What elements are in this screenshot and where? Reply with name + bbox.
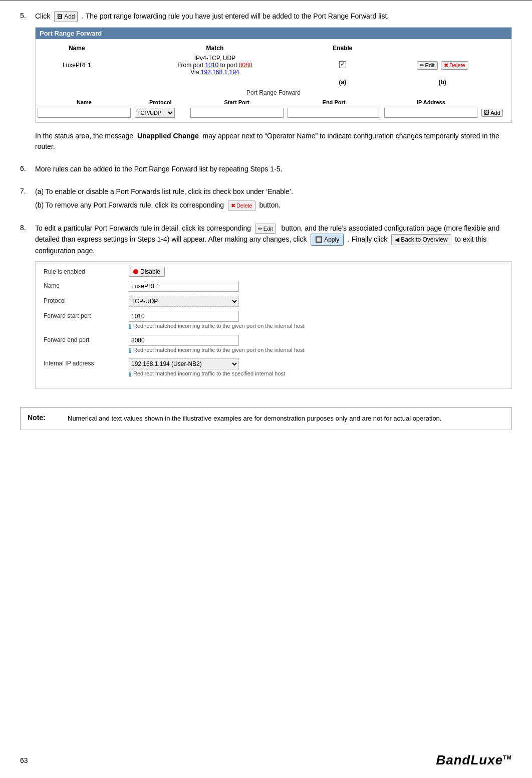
config-end-port-hint: ℹ Redirect matched incoming traffic to t… (129, 347, 503, 355)
col-enable: Enable (312, 43, 373, 53)
hint-icon-2: ℹ (129, 347, 131, 355)
label-a: (a) (312, 77, 373, 87)
apply-button-inline[interactable]: 🔲 Apply (311, 234, 344, 246)
step-8: 8. To edit a particular Port Forwards ru… (20, 223, 512, 397)
config-protocol-select[interactable]: TCP-UDP TCP UDP (129, 296, 239, 307)
config-label-0: Rule is enabled (44, 267, 129, 275)
sub-col-ip-address: IP Address (382, 98, 479, 106)
config-ip-select[interactable]: 192.168.1.194 (User-NB2) (129, 358, 239, 369)
config-row-2: Protocol TCP-UDP TCP UDP (44, 296, 503, 307)
config-end-port-input[interactable] (129, 335, 239, 346)
sub-col-start-port: Start Port (188, 98, 286, 106)
config-label-2: Protocol (44, 296, 129, 304)
config-label-4: Forward end port (44, 335, 129, 343)
sub-table-row: TCP/UDP TCP UDP 🖼 (36, 106, 511, 119)
via-ip-link[interactable]: 192.168.1.194 (201, 69, 239, 76)
step-7-number: 7. (20, 186, 31, 214)
sub-col-name: Name (36, 98, 133, 106)
config-value-0: Disable (129, 267, 503, 277)
config-value-5: 192.168.1.194 (User-NB2) ℹ Redirect matc… (129, 358, 503, 378)
sub-ip-cell (382, 106, 479, 119)
table-row: LuxePRF1 IPv4-TCP, UDP From port 1010 to… (36, 53, 511, 77)
to-port-link[interactable]: 8080 (239, 62, 252, 69)
brand-name: BandLuxeTM (436, 752, 512, 767)
sub-end-port-cell (286, 106, 383, 119)
step-7-content: (a) To enable or disable a Port Forwards… (35, 186, 512, 214)
sub-add-button[interactable]: 🖼 Add (481, 109, 503, 117)
step-5-text: Click 🖼 Add . The port range forwarding … (35, 11, 512, 22)
sub-col-add (479, 98, 511, 106)
sub-start-port-cell (188, 106, 286, 119)
config-row-1: Name (44, 281, 503, 292)
prf-sub-table: Name Protocol Start Port End Port IP Add… (36, 98, 511, 119)
config-row-0: Rule is enabled Disable (44, 267, 503, 277)
step-7-line2: (b) To remove any Port Forwards rule, cl… (35, 200, 512, 211)
step-7-line1: (a) To enable or disable a Port Forwards… (35, 186, 512, 197)
brand-logo: BandLuxeTM (436, 752, 512, 768)
col-name: Name (36, 43, 118, 53)
step-8-number: 8. (20, 223, 31, 397)
unapplied-change-text: Unapplied Change (137, 132, 199, 140)
row-match-line2: From port 1010 to port 8080 (121, 62, 309, 69)
step-5: 5. Click 🖼 Add . The port range forwardi… (20, 11, 512, 155)
status-note-text: In the status area, the message Unapplie… (35, 131, 512, 152)
sub-ip-input[interactable] (384, 108, 477, 118)
step-5-text-before: Click (35, 12, 50, 20)
config-start-port-input[interactable] (129, 311, 239, 322)
config-detail-box: Rule is enabled Disable Name (35, 261, 512, 389)
apply-icon: 🔲 (315, 235, 323, 244)
step-8-text: To edit a particular Port Forwards rule … (35, 223, 512, 257)
sub-name-input[interactable] (38, 108, 131, 118)
from-port-link[interactable]: 1010 (205, 62, 219, 69)
sub-name-cell (36, 106, 133, 119)
hint-icon-1: ℹ (129, 323, 131, 331)
enable-checkbox[interactable] (339, 61, 346, 68)
edit-icon: ✏ (420, 62, 424, 69)
delete-x-icon: ✖ (444, 62, 448, 69)
delete-button[interactable]: ✖ Delete (441, 61, 468, 70)
sub-protocol-cell: TCP/UDP TCP UDP (133, 106, 188, 119)
delete-x-icon-inline: ✖ (231, 202, 235, 210)
config-start-port-hint: ℹ Redirect matched incoming traffic to t… (129, 323, 503, 331)
config-ip-hint: ℹ Redirect matched incoming traffic to t… (129, 370, 503, 378)
config-value-3: ℹ Redirect matched incoming traffic to t… (129, 311, 503, 331)
step-8-content: To edit a particular Port Forwards rule … (35, 223, 512, 397)
hint-icon-3: ℹ (129, 370, 131, 378)
prf-table-container: Port Range Forward Name Match Enable Lux… (35, 27, 512, 123)
add-button-inline[interactable]: 🖼 Add (54, 11, 78, 22)
sub-end-port-input[interactable] (288, 108, 381, 118)
page-footer: 63 BandLuxeTM (0, 752, 532, 768)
prf-table-top: Name Match Enable LuxePRF1 IPv4-TCP, UDP (36, 43, 511, 87)
sub-add-cell: 🖼 Add (479, 106, 511, 119)
back-to-overview-button-inline[interactable]: ◀ Back to Overview (391, 234, 451, 245)
step-5-content: Click 🖼 Add . The port range forwarding … (35, 11, 512, 155)
config-label-3: Forward start port (44, 311, 129, 319)
sub-start-port-input[interactable] (190, 108, 284, 118)
config-value-4: ℹ Redirect matched incoming traffic to t… (129, 335, 503, 355)
config-label-1: Name (44, 281, 129, 289)
note-text: Numerical and text values shown in the i… (68, 414, 441, 424)
row-actions: ✏ Edit ✖ Delete (373, 53, 511, 77)
brand-tm: TM (503, 754, 512, 760)
config-name-input[interactable] (129, 281, 239, 292)
step-7: 7. (a) To enable or disable a Port Forwa… (20, 186, 512, 214)
step-6-text: More rules can be added to the Port Rang… (35, 164, 512, 174)
edit-button[interactable]: ✏ Edit (417, 61, 438, 70)
delete-button-inline[interactable]: ✖ Delete (228, 201, 255, 211)
red-dot-icon (133, 269, 138, 274)
row-name: LuxePRF1 (36, 53, 118, 77)
config-value-2: TCP-UDP TCP UDP (129, 296, 503, 307)
edit-button-inline[interactable]: ✏ Edit (255, 224, 276, 234)
back-icon: ◀ (395, 235, 399, 244)
disable-button[interactable]: Disable (129, 267, 165, 277)
edit-icon-inline: ✏ (258, 225, 262, 233)
note-box: Note: Numerical and text values shown in… (20, 407, 512, 430)
row-match: IPv4-TCP, UDP From port 1010 to port 808… (118, 53, 312, 77)
col-actions (373, 43, 511, 53)
sub-protocol-select[interactable]: TCP/UDP TCP UDP (135, 108, 175, 118)
label-b: (b) (373, 77, 511, 87)
sub-col-protocol: Protocol (133, 98, 188, 106)
col-match: Match (118, 43, 312, 53)
config-row-5: Internal IP address 192.168.1.194 (User-… (44, 358, 503, 378)
prf-header-bar: Port Range Forward (36, 28, 511, 39)
